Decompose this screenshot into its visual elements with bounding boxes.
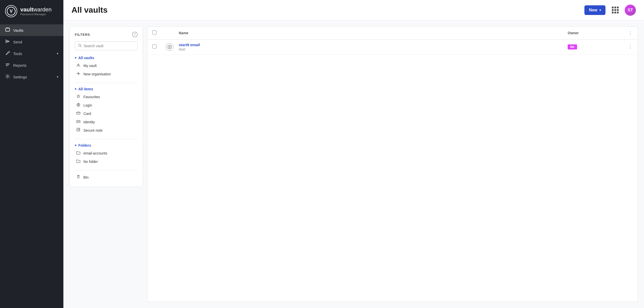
folder-icon bbox=[76, 159, 81, 164]
svg-point-10 bbox=[78, 64, 79, 65]
search-icon bbox=[78, 44, 82, 48]
owner-col-header: Owner bbox=[568, 31, 618, 35]
person-icon bbox=[76, 63, 81, 68]
filter-divider bbox=[75, 83, 138, 83]
select-all-checkbox[interactable] bbox=[152, 30, 156, 35]
sidebar-item-label: Tools bbox=[13, 52, 22, 56]
row-checkbox[interactable] bbox=[152, 44, 156, 48]
sidebar-item-label: Send bbox=[13, 40, 22, 44]
chevron-down-icon: ▾ bbox=[57, 52, 58, 55]
filter-bin[interactable]: Bin bbox=[75, 173, 138, 181]
content-area: FILTERS ? ▾ All vaults bbox=[63, 20, 644, 308]
search-input[interactable] bbox=[84, 44, 134, 48]
id-icon bbox=[76, 119, 81, 124]
filter-item-label: Favourites bbox=[83, 95, 100, 99]
send-icon bbox=[5, 39, 10, 45]
filter-item-label: email-accounts bbox=[83, 151, 107, 155]
search-box bbox=[75, 41, 138, 50]
filter-item-label: New organisation bbox=[83, 72, 111, 76]
filter-folder-email[interactable]: email-accounts bbox=[75, 149, 138, 157]
sidebar-item-reports[interactable]: Reports bbox=[0, 59, 63, 71]
sidebar-item-vaults[interactable]: Vaults bbox=[0, 24, 63, 36]
tools-icon bbox=[5, 51, 10, 56]
filter-item-label: No folder bbox=[83, 160, 98, 164]
items-panel: Name Owner ⋮ bbox=[147, 26, 638, 302]
filter-divider-3 bbox=[75, 170, 138, 170]
bin-label: Bin bbox=[83, 175, 88, 179]
row-item-name: start9 email bbox=[179, 43, 564, 47]
filter-item-label: Login bbox=[83, 103, 92, 107]
row-more-options-icon[interactable]: ⋮ bbox=[628, 44, 633, 50]
filter-no-folder[interactable]: No folder bbox=[75, 157, 138, 166]
table-body: start9 email Matt Me ⋮ bbox=[147, 40, 638, 302]
filter-card[interactable]: Card bbox=[75, 109, 138, 118]
row-owner-col: Me bbox=[568, 44, 618, 49]
all-items-header[interactable]: ▾ All items bbox=[75, 85, 138, 93]
plus-icon bbox=[76, 72, 81, 76]
filter-item-label: Identity bbox=[83, 120, 95, 124]
grid-view-button[interactable] bbox=[610, 5, 621, 16]
logo-text: vaultwarden Password Manager bbox=[20, 7, 52, 16]
svg-rect-14 bbox=[77, 112, 80, 114]
sidebar-item-settings[interactable]: Settings ▾ bbox=[0, 71, 63, 83]
svg-point-17 bbox=[77, 121, 78, 122]
login-globe-icon bbox=[166, 43, 174, 51]
sidebar-item-send[interactable]: Send bbox=[0, 36, 63, 48]
star-icon bbox=[76, 94, 81, 99]
main-content: All vaults New ▾ ST FILTERS ? bbox=[63, 0, 644, 308]
chevron-down-icon: ▾ bbox=[57, 75, 58, 79]
avatar-initials: ST bbox=[628, 8, 633, 12]
sidebar-item-label: Settings bbox=[13, 75, 27, 79]
filter-item-label: My vault bbox=[83, 64, 97, 68]
row-checkbox-col bbox=[152, 44, 160, 49]
sidebar-item-label: Vaults bbox=[13, 28, 24, 32]
sidebar-item-label: Reports bbox=[13, 63, 27, 67]
filter-login[interactable]: Login bbox=[75, 101, 138, 109]
filter-secure-note[interactable]: Secure note bbox=[75, 126, 138, 134]
filters-header: FILTERS ? bbox=[75, 32, 138, 37]
filter-item-label: Secure note bbox=[83, 128, 103, 132]
filter-my-vault[interactable]: My vault bbox=[75, 61, 138, 70]
new-button-label: New bbox=[589, 8, 597, 12]
avatar[interactable]: ST bbox=[625, 5, 636, 16]
row-name-col: start9 email Matt bbox=[179, 43, 564, 51]
folders-label: Folders bbox=[78, 143, 91, 147]
filters-title: FILTERS bbox=[75, 33, 90, 37]
filter-section-items: ▾ All items Favourites bbox=[75, 85, 138, 134]
svg-rect-20 bbox=[77, 128, 79, 131]
info-icon[interactable]: ? bbox=[132, 32, 138, 37]
folder-icon bbox=[76, 151, 81, 156]
logo: V vaultwarden Password Manager bbox=[0, 0, 63, 22]
logo-icon: V bbox=[5, 5, 17, 17]
row-item-subtitle: Matt bbox=[179, 47, 564, 51]
svg-text:V: V bbox=[10, 9, 13, 14]
trash-icon bbox=[76, 175, 81, 180]
sidebar-item-tools[interactable]: Tools ▾ bbox=[0, 48, 63, 59]
name-col-header: Name bbox=[179, 31, 564, 35]
topbar: All vaults New ▾ ST bbox=[63, 0, 644, 20]
vaults-icon bbox=[5, 27, 10, 33]
collapse-icon: ▾ bbox=[75, 87, 76, 91]
filter-section-vaults: ▾ All vaults My vault bbox=[75, 54, 138, 78]
new-button[interactable]: New ▾ bbox=[584, 5, 605, 15]
svg-rect-3 bbox=[6, 28, 9, 28]
row-actions-col: ⋮ bbox=[622, 44, 633, 50]
sidebar-nav: Vaults Send Tools ▾ bbox=[0, 22, 63, 308]
app-name: vaultwarden bbox=[20, 7, 52, 13]
collapse-icon: ▾ bbox=[75, 144, 76, 147]
all-vaults-header[interactable]: ▾ All vaults bbox=[75, 54, 138, 61]
grid-icon bbox=[612, 7, 619, 13]
filter-favourites[interactable]: Favourites bbox=[75, 93, 138, 101]
filter-new-org[interactable]: New organisation bbox=[75, 70, 138, 78]
svg-rect-2 bbox=[6, 28, 10, 31]
filter-identity[interactable]: Identity bbox=[75, 118, 138, 126]
more-options-icon[interactable]: ⋮ bbox=[628, 30, 633, 36]
globe-icon bbox=[76, 103, 81, 108]
row-icon-col bbox=[165, 43, 175, 51]
card-icon bbox=[76, 111, 81, 116]
folders-header[interactable]: ▾ Folders bbox=[75, 142, 138, 149]
svg-point-7 bbox=[7, 76, 8, 77]
chevron-down-icon: ▾ bbox=[599, 8, 601, 12]
table-row[interactable]: start9 email Matt Me ⋮ bbox=[147, 40, 638, 55]
topbar-actions: New ▾ ST bbox=[584, 5, 636, 16]
